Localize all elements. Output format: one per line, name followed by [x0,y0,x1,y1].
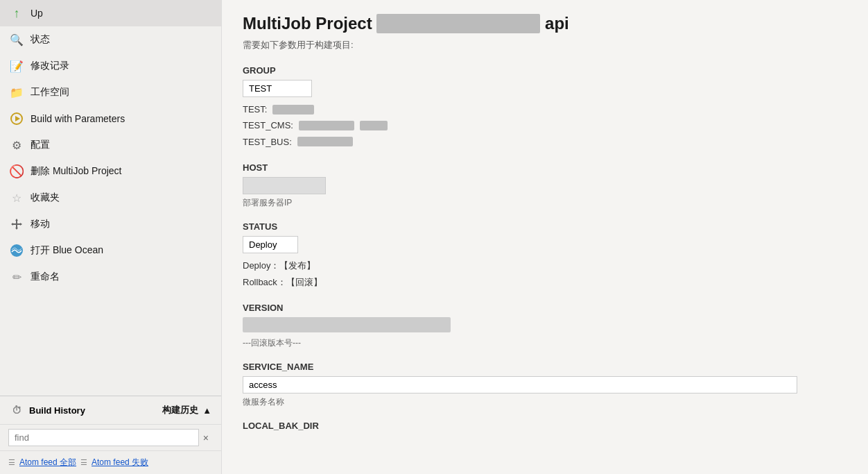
search-input[interactable] [8,429,199,446]
service-name-section: SERVICE_NAME 微服务名称 [243,362,847,408]
search-icon: 🔍 [10,33,24,46]
status-info: Deploy：【发布】 Rollback：【回滚】 [243,257,847,290]
group-info: TEST: TEST_CMS: TEST_BUS: [243,101,847,150]
sidebar-item-config-label: 配置 [31,139,50,151]
rename-icon: ✏ [10,270,24,284]
sidebar-item-bookmark[interactable]: ☆ 收藏夹 [0,185,221,211]
sidebar-item-blue-ocean[interactable]: 打开 Blue Ocean [0,237,221,264]
sidebar-item-blue-ocean-label: 打开 Blue Ocean [31,244,103,257]
status-section: STATUS Deploy Rollback Deploy：【发布】 Rollb… [243,221,847,290]
host-input[interactable] [243,177,326,194]
rss-icon-failed: ☰ [80,458,87,467]
group-info-test-cms: TEST_CMS: [243,117,847,133]
group-test-cms-label: TEST_CMS: [243,117,293,133]
atom-feed-all-link[interactable]: Atom feed 全部 [19,457,76,468]
sidebar-item-delete-label: 删除 MultiJob Project [31,165,121,178]
sidebar-nav: ↑ Up 🔍 状态 📝 修改记录 📁 工作空间 Build with Param… [0,0,221,396]
sidebar-item-rename[interactable]: ✏ 重命名 [0,264,221,290]
gear-icon: ⚙ [10,138,24,152]
status-select-wrapper: Deploy Rollback [243,236,298,253]
version-hint: ---回滚版本号--- [243,337,847,349]
status-rollback-text: Rollback：【回滚】 [243,274,847,290]
blue-ocean-icon [10,244,24,257]
atom-feed-bar: ☰ Atom feed 全部 ☰ Atom feed 失败 [0,450,221,474]
group-select-wrapper: TEST TEST_CMS TEST_BUS [243,80,312,97]
sidebar-item-workspace[interactable]: 📁 工作空间 [0,79,221,105]
version-input-blur [243,317,451,332]
sidebar: ↑ Up 🔍 状态 📝 修改记录 📁 工作空间 Build with Param… [0,0,222,474]
group-info-test-bus: TEST_BUS: [243,134,847,150]
service-name-label: SERVICE_NAME [243,362,847,372]
sidebar-item-build-params[interactable]: Build with Parameters [0,105,221,132]
svg-marker-3 [15,228,18,230]
search-bar: × [0,424,221,450]
group-test-value-blur [272,105,314,115]
group-label: GROUP [243,65,847,76]
host-hint: 部署服务器IP [243,197,847,209]
local-bak-dir-label: LOCAL_BAK_DIR [243,421,847,431]
group-test-cms-value-blur [299,121,354,130]
chevron-up-icon[interactable]: ▲ [202,405,211,416]
build-history-title-left: ⏱ Build History [10,403,157,417]
service-name-input[interactable] [243,376,797,393]
delete-icon: 🚫 [10,164,24,178]
sidebar-item-history-label: 修改记录 [31,60,69,72]
group-info-test: TEST: [243,101,847,117]
build-history-right-label: 构建历史 [162,404,198,416]
group-test-bus-label: TEST_BUS: [243,134,292,150]
title-blur: ████████████ [376,14,540,33]
rss-icon-all: ☰ [8,458,15,467]
svg-marker-4 [11,223,13,226]
svg-marker-5 [20,223,22,226]
move-icon [10,217,24,231]
atom-feed-failed-link[interactable]: Atom feed 失败 [92,457,148,468]
sidebar-item-config[interactable]: ⚙ 配置 [0,132,221,158]
service-name-hint: 微服务名称 [243,396,847,408]
sidebar-item-delete[interactable]: 🚫 删除 MultiJob Project [0,158,221,185]
title-prefix: MultiJob Project [243,14,376,33]
build-params-icon [10,112,24,126]
sidebar-item-move-label: 移动 [31,218,50,230]
group-test-label: TEST: [243,101,267,117]
main-content: MultiJob Project ████████████ api 需要如下参数… [222,0,868,474]
edit-icon: 📝 [10,59,24,73]
folder-icon: 📁 [10,85,24,99]
group-select[interactable]: TEST TEST_CMS TEST_BUS [243,80,312,97]
build-history-header: ⏱ Build History 构建历史 ▲ [0,396,221,424]
group-section: GROUP TEST TEST_CMS TEST_BUS TEST: TEST_… [243,65,847,150]
version-label: VERSION [243,303,847,313]
sidebar-item-history[interactable]: 📝 修改记录 [0,53,221,79]
sidebar-item-up-label: Up [31,8,43,19]
title-suffix: api [540,14,568,33]
up-icon: ↑ [10,6,24,20]
version-section: VERSION ---回滚版本号--- [243,303,847,349]
svg-marker-1 [15,116,20,121]
sidebar-item-build-params-label: Build with Parameters [31,113,125,124]
build-history-left-label: Build History [29,405,85,416]
page-subtitle: 需要如下参数用于构建项目: [243,39,847,51]
status-select[interactable]: Deploy Rollback [243,236,298,253]
sidebar-item-workspace-label: 工作空间 [31,86,69,99]
host-label: HOST [243,162,847,173]
status-deploy-text: Deploy：【发布】 [243,257,847,273]
status-label: STATUS [243,221,847,232]
sidebar-item-rename-label: 重命名 [31,271,60,283]
history-icon: ⏱ [10,403,24,417]
local-bak-dir-section: LOCAL_BAK_DIR [243,421,847,431]
host-section: HOST 部署服务器IP [243,162,847,209]
sidebar-item-move[interactable]: 移动 [0,211,221,237]
page-title: MultiJob Project ████████████ api [243,14,847,33]
search-clear-icon[interactable]: × [199,432,213,443]
sidebar-item-status-label: 状态 [31,33,50,46]
star-icon: ☆ [10,191,24,205]
build-history-right: 构建历史 ▲ [162,404,211,416]
svg-marker-2 [15,219,18,221]
sidebar-item-status[interactable]: 🔍 状态 [0,26,221,53]
sidebar-item-bookmark-label: 收藏夹 [31,192,60,204]
group-test-cms-value2-blur [360,121,388,130]
group-test-bus-value-blur [297,137,353,146]
sidebar-item-up[interactable]: ↑ Up [0,0,221,26]
